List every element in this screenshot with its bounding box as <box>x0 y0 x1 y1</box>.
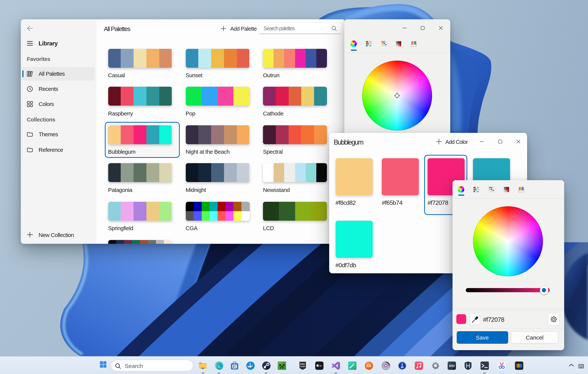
svg-text:tv: tv <box>319 364 322 367</box>
svg-text:EA: EA <box>366 364 371 368</box>
svg-text:RSI: RSI <box>449 364 455 368</box>
svg-text:EPIC: EPIC <box>300 363 305 365</box>
svg-text:GAMES: GAMES <box>300 365 305 367</box>
